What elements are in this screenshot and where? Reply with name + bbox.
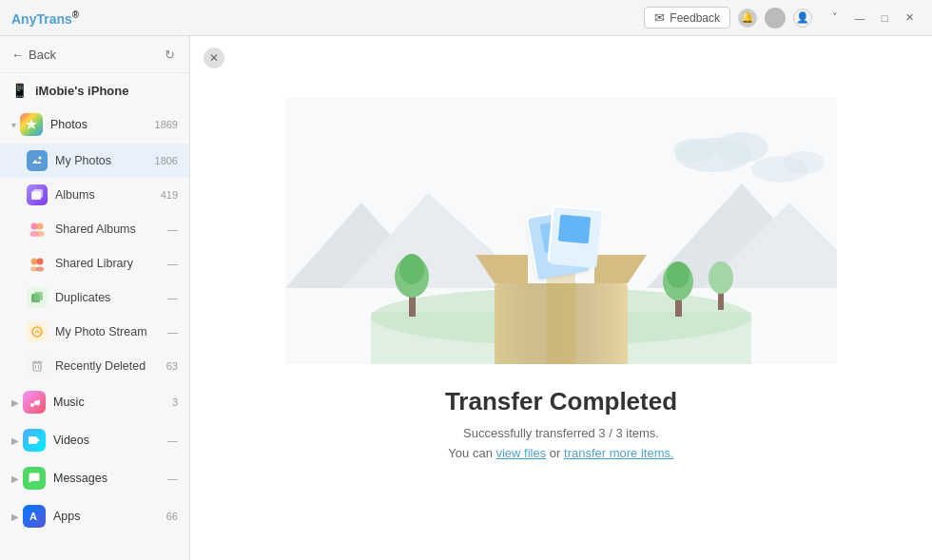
- close-icon: ✕: [209, 51, 219, 65]
- videos-label: Videos: [53, 434, 167, 447]
- svg-point-30: [673, 139, 715, 162]
- close-button[interactable]: ✕: [898, 7, 921, 29]
- sidebar-item-photos[interactable]: ▾ Photos 1869: [0, 106, 189, 144]
- svg-point-32: [783, 151, 825, 174]
- svg-point-10: [37, 259, 44, 265]
- sidebar-item-photo-stream[interactable]: My Photo Stream —: [0, 315, 189, 349]
- titlebar-left: AnyTrans®: [11, 10, 79, 27]
- messages-label: Messages: [53, 472, 167, 485]
- albums-icon: [27, 184, 48, 205]
- sidebar-item-recently-deleted[interactable]: Recently Deleted 63: [0, 349, 189, 383]
- svg-point-22: [30, 403, 34, 407]
- back-arrow-icon: ←: [11, 48, 24, 62]
- transfer-links-prefix: You can: [448, 446, 495, 460]
- svg-rect-1: [30, 154, 44, 167]
- apps-icon: A: [23, 505, 46, 528]
- duplicates-count: —: [167, 292, 178, 303]
- close-content-button[interactable]: ✕: [204, 48, 224, 68]
- apps-label: Apps: [53, 510, 166, 523]
- titlebar-right: ✉ Feedback 🔔 👤 ˅ — □ ✕: [644, 7, 921, 29]
- svg-point-2: [39, 157, 42, 160]
- photos-count: 1869: [155, 119, 178, 130]
- sidebar-item-albums[interactable]: Albums 419: [0, 178, 189, 212]
- or-text: or: [546, 446, 564, 460]
- recently-deleted-count: 63: [166, 360, 178, 372]
- sidebar-item-myphotos[interactable]: My Photos 1806: [0, 144, 189, 178]
- sidebar-item-apps[interactable]: ▶ A Apps 66: [0, 497, 189, 535]
- recently-deleted-label: Recently Deleted: [55, 359, 166, 373]
- profile-icon[interactable]: 👤: [793, 9, 812, 28]
- svg-point-46: [709, 261, 733, 294]
- svg-point-12: [36, 267, 44, 272]
- back-button[interactable]: ← Back: [11, 48, 56, 62]
- notification-icon[interactable]: 🔔: [738, 9, 757, 28]
- transfer-title: Transfer Completed: [445, 387, 677, 416]
- svg-point-29: [715, 132, 768, 163]
- shared-library-count: —: [167, 258, 178, 269]
- messages-icon: [23, 467, 46, 490]
- sidebar-item-messages[interactable]: ▶ Messages —: [0, 459, 189, 497]
- transfer-illustration: [285, 98, 837, 364]
- svg-rect-24: [29, 436, 37, 444]
- transfer-subtitle: Successfully transferred 3 / 3 items.: [463, 426, 659, 440]
- music-chevron-icon: ▶: [11, 397, 19, 408]
- messages-chevron-icon: ▶: [11, 473, 19, 484]
- minimize-button[interactable]: —: [848, 7, 871, 29]
- shared-library-icon: [27, 253, 48, 274]
- svg-point-41: [399, 254, 424, 284]
- albums-count: 419: [161, 189, 178, 201]
- svg-point-44: [667, 261, 689, 288]
- music-count: 3: [172, 396, 178, 408]
- chevron-down-btn[interactable]: ˅: [824, 7, 846, 29]
- svg-text:A: A: [29, 511, 37, 522]
- mail-icon: ✉: [654, 10, 665, 25]
- photos-icon: [20, 113, 43, 136]
- albums-label: Albums: [55, 188, 161, 202]
- svg-point-6: [37, 223, 44, 230]
- duplicates-icon: [27, 287, 48, 308]
- window-controls: ˅ — □ ✕: [824, 7, 921, 29]
- videos-chevron-icon: ▶: [11, 435, 19, 446]
- transfer-links: You can view files or transfer more item…: [448, 446, 673, 460]
- apps-chevron-icon: ▶: [11, 512, 19, 522]
- device-name-label: iMobie's iPhone: [35, 84, 128, 98]
- titlebar: AnyTrans® ✉ Feedback 🔔 👤 ˅ — □ ✕: [0, 0, 932, 36]
- avatar[interactable]: [765, 8, 786, 29]
- feedback-button[interactable]: ✉ Feedback: [644, 7, 730, 29]
- photo-stream-label: My Photo Stream: [55, 325, 167, 338]
- sidebar-item-shared-library[interactable]: Shared Library —: [0, 246, 189, 280]
- duplicates-label: Duplicates: [55, 291, 167, 304]
- transfer-scene: Transfer Completed Successfully transfer…: [190, 98, 932, 498]
- back-label: Back: [29, 48, 56, 62]
- maximize-button[interactable]: □: [873, 7, 896, 29]
- sidebar-item-duplicates[interactable]: Duplicates —: [0, 280, 189, 315]
- myphotos-label: My Photos: [55, 154, 155, 167]
- shared-albums-label: Shared Albums: [55, 222, 167, 236]
- photo-stream-icon: [27, 321, 48, 342]
- photos-label: Photos: [50, 118, 155, 131]
- svg-rect-55: [558, 215, 591, 244]
- transfer-more-link[interactable]: transfer more items.: [564, 446, 674, 460]
- videos-icon: [23, 429, 46, 452]
- myphotos-icon: [27, 150, 48, 171]
- apps-count: 66: [166, 511, 178, 522]
- sidebar-item-music[interactable]: ▶ Music 3: [0, 383, 189, 421]
- shared-albums-count: —: [167, 223, 178, 235]
- chevron-down-icon: ▾: [11, 120, 16, 130]
- view-files-link[interactable]: view files: [495, 446, 546, 460]
- shared-albums-icon: [27, 219, 48, 240]
- videos-count: —: [167, 434, 178, 446]
- svg-point-5: [31, 223, 38, 230]
- sidebar-item-shared-albums[interactable]: Shared Albums —: [0, 212, 189, 246]
- svg-point-8: [36, 231, 45, 237]
- svg-rect-4: [33, 189, 43, 198]
- refresh-icon[interactable]: ↻: [161, 46, 178, 63]
- svg-marker-25: [37, 438, 40, 443]
- svg-point-9: [31, 259, 38, 265]
- sidebar-top: ← Back ↻: [0, 36, 189, 73]
- phone-icon: 📱: [11, 83, 28, 98]
- main-layout: ← Back ↻ 📱 iMobie's iPhone ▾ Photos 1869: [0, 36, 932, 560]
- sidebar-item-videos[interactable]: ▶ Videos —: [0, 421, 189, 459]
- svg-rect-16: [33, 363, 41, 371]
- sidebar: ← Back ↻ 📱 iMobie's iPhone ▾ Photos 1869: [0, 36, 190, 560]
